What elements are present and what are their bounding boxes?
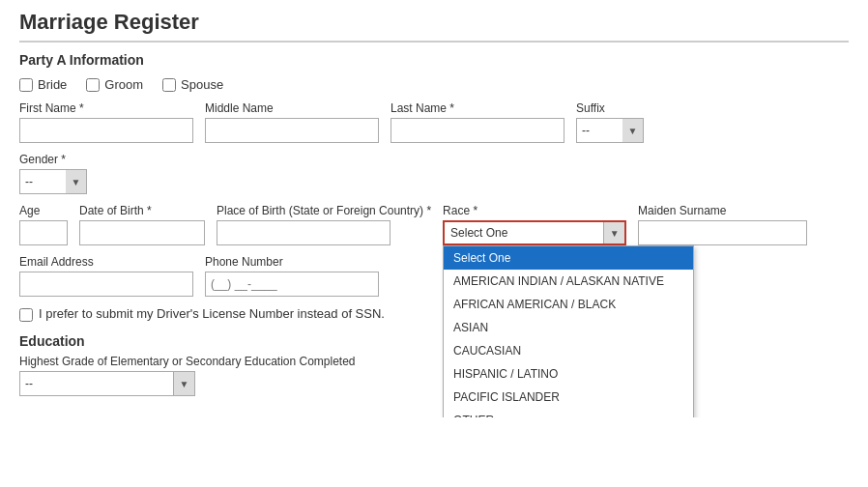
maiden-label: Maiden Surname — [638, 204, 807, 217]
race-dropdown-arrow[interactable]: ▼ — [603, 222, 624, 244]
race-option-other[interactable]: OTHER — [444, 409, 693, 417]
last-name-input[interactable] — [391, 118, 564, 143]
suffix-arrow-icon: ▼ — [622, 118, 644, 143]
groom-checkbox[interactable] — [86, 78, 100, 92]
suffix-select[interactable]: -- — [576, 118, 624, 143]
groom-label: Groom — [104, 77, 143, 92]
education-select-wrapper: -- ▼ — [19, 371, 849, 396]
phone-input[interactable] — [205, 272, 379, 297]
gender-arrow-icon: ▼ — [66, 169, 87, 194]
gender-group: Gender * -- ▼ — [19, 153, 87, 194]
prefer-checkbox-row: I prefer to submit my Driver's License N… — [19, 306, 849, 322]
birth-race-row: Age Date of Birth * Place of Birth (Stat… — [19, 204, 849, 245]
education-arrow-icon: ▼ — [174, 371, 195, 396]
dob-group: Date of Birth * — [79, 204, 205, 245]
age-input[interactable] — [19, 220, 68, 245]
contact-row: Email Address Phone Number — [19, 255, 849, 297]
suffix-wrapper: -- ▼ — [576, 118, 644, 143]
age-group: Age — [19, 204, 68, 245]
education-field-label: Highest Grade of Elementary or Secondary… — [19, 355, 849, 368]
gender-label: Gender * — [19, 153, 87, 166]
first-name-input[interactable] — [19, 118, 193, 143]
dob-input[interactable] — [79, 220, 205, 245]
spouse-label: Spouse — [181, 77, 223, 92]
race-option-african-american[interactable]: AFRICAN AMERICAN / BLACK — [444, 293, 693, 316]
suffix-label: Suffix — [576, 101, 644, 115]
race-group: Race * Select One ▼ Select One AMERICAN … — [443, 204, 626, 245]
education-heading: Education — [19, 333, 849, 349]
race-container: Select One ▼ Select One AMERICAN INDIAN … — [443, 220, 626, 245]
first-name-label: First Name * — [19, 101, 193, 115]
suffix-group: Suffix -- ▼ — [576, 101, 644, 143]
race-option-pacific-islander[interactable]: PACIFIC ISLANDER — [444, 386, 693, 409]
dob-label: Date of Birth * — [79, 204, 205, 217]
race-option-caucasian[interactable]: CAUCASIAN — [444, 339, 693, 362]
place-group: Place of Birth (State or Foreign Country… — [217, 204, 431, 245]
race-select-display[interactable]: Select One ▼ — [443, 220, 626, 245]
name-row: First Name * Middle Name Last Name * Suf… — [19, 101, 849, 143]
education-section: Education Highest Grade of Elementary or… — [19, 333, 849, 396]
email-input[interactable] — [19, 272, 193, 297]
prefer-checkbox-text: I prefer to submit my Driver's License N… — [39, 306, 385, 321]
place-label: Place of Birth (State or Foreign Country… — [217, 204, 431, 217]
race-label: Race * — [443, 204, 626, 217]
bride-label: Bride — [38, 77, 67, 92]
middle-name-group: Middle Name — [205, 101, 379, 143]
phone-group: Phone Number — [205, 255, 379, 297]
phone-label: Phone Number — [205, 255, 379, 269]
race-option-american-indian[interactable]: AMERICAN INDIAN / ALASKAN NATIVE — [444, 270, 693, 293]
race-option-select-one[interactable]: Select One — [444, 246, 693, 270]
spouse-checkbox[interactable] — [162, 78, 176, 92]
last-name-group: Last Name * — [391, 101, 564, 143]
race-option-hispanic[interactable]: HISPANIC / LATINO — [444, 362, 693, 386]
age-label: Age — [19, 204, 68, 217]
bride-checkbox[interactable] — [19, 78, 33, 92]
email-label: Email Address — [19, 255, 193, 269]
prefer-checkbox[interactable] — [19, 308, 33, 322]
groom-checkbox-label[interactable]: Groom — [86, 77, 143, 92]
race-dropdown-list: Select One AMERICAN INDIAN / ALASKAN NAT… — [443, 245, 694, 417]
party-a-heading: Party A Information — [19, 52, 849, 68]
gender-select[interactable]: -- — [19, 169, 68, 194]
page-title: Marriage Register — [19, 10, 849, 43]
party-a-section: Party A Information Bride Groom Spouse F… — [19, 52, 849, 322]
last-name-label: Last Name * — [391, 101, 564, 115]
place-input[interactable] — [217, 220, 391, 245]
education-field-group: Highest Grade of Elementary or Secondary… — [19, 355, 849, 396]
gender-row: Gender * -- ▼ — [19, 153, 849, 194]
spouse-checkbox-label[interactable]: Spouse — [162, 77, 223, 92]
bride-checkbox-label[interactable]: Bride — [19, 77, 67, 92]
race-selected-value: Select One — [445, 226, 603, 240]
education-select[interactable]: -- — [19, 371, 174, 396]
email-group: Email Address — [19, 255, 193, 297]
first-name-group: First Name * — [19, 101, 193, 143]
maiden-group: Maiden Surname — [638, 204, 807, 245]
middle-name-label: Middle Name — [205, 101, 379, 115]
middle-name-input[interactable] — [205, 118, 379, 143]
gender-wrapper: -- ▼ — [19, 169, 87, 194]
role-checkboxes: Bride Groom Spouse — [19, 77, 849, 92]
maiden-input[interactable] — [638, 220, 807, 245]
race-option-asian[interactable]: ASIAN — [444, 316, 693, 339]
